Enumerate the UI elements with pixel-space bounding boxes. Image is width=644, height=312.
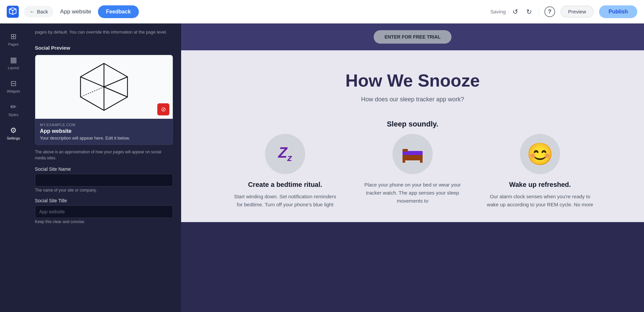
track-text: Place your phone on your bed or wear you… [359,181,466,205]
pages-label: Pages [8,42,18,46]
svg-line-3 [80,77,104,87]
widgets-label: Widgets [7,89,20,93]
wakeup-title: Wake up refreshed. [486,181,594,189]
settings-panel: pages by default. You can override this … [27,23,181,312]
bed-icon [401,145,424,163]
feature-track: Place your phone on your bed or wear you… [359,134,466,205]
social-site-name-field: Social Site Name The name of your site o… [35,166,173,193]
svg-line-7 [104,87,127,97]
bedtime-text: Start winding down. Set notification rem… [231,193,339,209]
panel-note: The above is an approximation of how you… [35,149,173,161]
section-subtitle: How does our sleep tracker app work? [208,96,617,103]
social-preview-label: Social Preview [35,45,173,51]
back-label: Back [37,9,48,14]
social-site-title-label: Social Site Title [35,198,173,203]
feature-wakeup: 😊 Wake up refreshed. Our alarm clock sen… [486,134,594,209]
undo-button[interactable]: ↺ [511,6,520,17]
smile-icon: 😊 [527,142,553,167]
settings-label: Settings [7,136,20,140]
publish-button[interactable]: Publish [599,5,637,18]
panel-intro-text: pages by default. You can override this … [35,23,173,40]
bedtime-icon-circle: Zz [265,134,305,174]
wakeup-text: Our alarm clock senses when you're ready… [486,193,594,209]
back-arrow-icon: ← [30,9,35,15]
svg-line-4 [104,77,127,87]
saving-status: Saving [490,9,506,14]
widgets-icon: ⊟ [10,79,16,88]
svg-rect-12 [420,160,423,163]
social-site-title-field: Social Site Title Keep this clear and co… [35,198,173,224]
social-site-name-label: Social Site Name [35,166,173,172]
sidebar-item-layout[interactable]: ▦ Layout [2,52,25,73]
svg-line-6 [80,87,104,97]
bedtime-title: Create a bedtime ritual. [231,181,339,189]
sidebar-item-settings[interactable]: ⚙ Settings [2,123,25,144]
features-grid: Zz Create a bedtime ritual. Start windin… [208,134,617,209]
svg-rect-10 [402,149,408,152]
styles-label: Styles [8,113,18,117]
social-site-name-input[interactable] [35,174,173,187]
feature-bedtime: Zz Create a bedtime ritual. Start windin… [231,134,339,209]
preview-button[interactable]: Preview [560,6,594,17]
zzz-icon: Zz [278,145,292,163]
pages-icon: ⊞ [10,32,16,41]
redo-button[interactable]: ↻ [525,6,533,17]
social-site-title-hint: Keep this clear and concise. [35,219,173,224]
preview-topbar-partial: ENTER FOR FREE TRIAL [181,23,644,50]
topbar: ← Back App website Feedback Saving ↺ ↻ ?… [0,0,644,23]
settings-icon: ⚙ [10,126,17,135]
enter-free-trial-button[interactable]: ENTER FOR FREE TRIAL [374,30,451,44]
content-preview: ENTER FOR FREE TRIAL How We Snooze How d… [181,23,644,312]
app-name: App website [60,8,91,15]
sidebar-icons: ⊞ Pages ▦ Layout ⊟ Widgets ✏ Styles ⚙ Se… [0,23,27,312]
social-preview-desc: Your description will appear here. Edit … [40,136,168,141]
social-preview-card: ⊘ MY.EXAMPLE.COM App website Your descri… [35,55,173,145]
topbar-right: Saving ↺ ↻ ? Preview Publish [490,5,637,18]
app-logo [7,6,19,18]
social-preview-info: MY.EXAMPLE.COM App website Your descript… [35,119,173,145]
styles-icon: ✏ [10,103,16,111]
track-icon-circle [392,134,433,174]
social-site-name-hint: The name of your site or company. [35,188,173,193]
sidebar-item-widgets[interactable]: ⊟ Widgets [2,76,25,97]
social-preview-domain: MY.EXAMPLE.COM [40,123,168,127]
svg-rect-11 [402,160,405,163]
feedback-button[interactable]: Feedback [98,5,139,18]
svg-rect-8 [402,154,423,160]
layout-icon: ▦ [10,56,17,64]
section-title: How We Snooze [208,70,617,91]
back-button[interactable]: ← Back [24,6,53,17]
social-preview-title: App website [40,128,168,134]
social-site-title-input[interactable] [35,205,173,218]
divider [539,7,539,16]
sidebar-item-styles[interactable]: ✏ Styles [2,99,25,120]
help-button[interactable]: ? [544,6,555,17]
sleep-soundly-title: Sleep soundly. [387,120,438,128]
wakeup-icon-circle: 😊 [520,134,560,174]
cube-wireframe-icon [74,60,134,114]
main-area: ⊞ Pages ▦ Layout ⊟ Widgets ✏ Styles ⚙ Se… [0,23,644,312]
sidebar-item-pages[interactable]: ⊞ Pages [2,29,25,50]
remove-image-button[interactable]: ⊘ [157,103,169,115]
how-we-snooze-section: How We Snooze How does our sleep tracker… [181,50,644,222]
layout-label: Layout [8,66,19,70]
social-preview-image: ⊘ [35,55,173,119]
